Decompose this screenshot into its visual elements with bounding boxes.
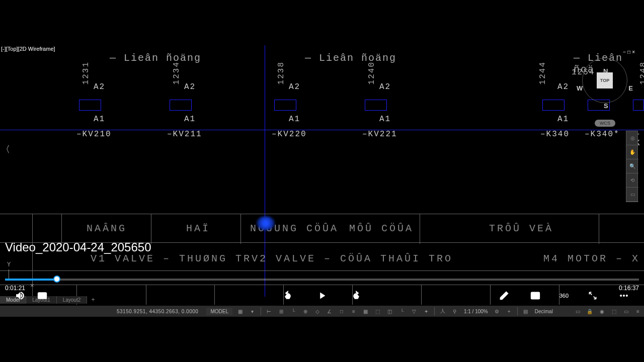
more-icon[interactable] <box>617 289 631 303</box>
model-space-button[interactable]: MODEL <box>206 308 232 315</box>
transparency-icon[interactable]: ▦ <box>360 307 371 316</box>
svg-rect-0 <box>38 293 47 299</box>
table-cell: MÔÛ CÖÛA <box>349 223 414 234</box>
viewcube-south[interactable]: S <box>604 102 608 110</box>
terminal-label: A2 <box>557 82 569 92</box>
terminal-label: A1 <box>557 115 569 124</box>
component-ref: –KV221 <box>362 130 397 139</box>
component-ref: –KV220 <box>272 130 307 139</box>
cursor-click-indicator <box>257 216 275 230</box>
skip-back-label: 10 <box>286 296 290 300</box>
annotation-visibility-icon[interactable]: 人 <box>437 307 448 316</box>
terminal-label: A2 <box>289 82 300 92</box>
wire-num: 1234 <box>172 61 181 84</box>
units-display[interactable]: Decimal <box>532 309 556 314</box>
viewcube-north[interactable]: N <box>603 67 608 75</box>
wire-num: 1248 <box>639 61 644 84</box>
progress-thumb[interactable] <box>53 276 60 283</box>
terminal-label: A1 <box>94 115 105 124</box>
play-button[interactable] <box>315 289 329 303</box>
terminal-label: A2 <box>379 82 391 92</box>
polar-tracking-icon[interactable]: ⊕ <box>300 307 311 316</box>
separator <box>517 307 518 315</box>
edit-icon[interactable] <box>497 289 511 303</box>
cad-viewport[interactable]: [-][Top][2D Wireframe] − □ × 〈 — Lieân ñ… <box>0 45 644 317</box>
nav-left-arrow-icon[interactable]: 〈 <box>1 143 10 155</box>
component-ref: –K340* <box>585 130 620 139</box>
volume-icon[interactable] <box>13 289 27 303</box>
table-border <box>61 214 62 244</box>
skip-fwd-label: 30 <box>354 296 359 300</box>
table-cell: V1 VALVE – THUØNG TRV2 VALVE – CÖÛA THAÛ… <box>91 253 453 264</box>
quick-properties-icon[interactable]: ▭ <box>572 307 583 316</box>
wire-num: 1244 <box>538 61 547 84</box>
3d-osnap-icon[interactable]: ◫ <box>384 307 395 316</box>
table-cell: TRÔÛ VEÀ <box>489 223 553 234</box>
table-border <box>420 214 420 244</box>
viewport-label[interactable]: [-][Top][2D Wireframe] <box>0 45 56 52</box>
table-cell: HAÏ <box>186 223 210 234</box>
units-icon[interactable]: ▤ <box>520 307 531 316</box>
grid-dropdown-icon[interactable]: ▾ <box>247 307 258 316</box>
skip-back-button[interactable]: 10 <box>281 289 295 303</box>
clean-screen-icon[interactable]: ▭ <box>620 307 631 316</box>
nav-showmotion-icon[interactable]: ▭ <box>626 188 638 202</box>
wcs-badge[interactable]: WCS <box>595 120 615 127</box>
infer-constraints-icon[interactable]: ⊢ <box>264 307 275 316</box>
component-ref: –KV210 <box>76 130 112 139</box>
terminal-label: A1 <box>184 115 196 124</box>
nav-pan-icon[interactable]: ✋ <box>626 145 638 159</box>
relay-symbol <box>170 100 192 111</box>
table-border <box>151 214 151 244</box>
lock-ui-icon[interactable]: 🔒 <box>584 307 595 316</box>
selection-cycling-icon[interactable]: ⬚ <box>372 307 383 316</box>
table-cell: NAÂNG <box>87 223 127 234</box>
table-border <box>0 214 644 214</box>
gizmo-icon[interactable]: ✦ <box>421 307 432 316</box>
ortho-icon[interactable]: └ <box>288 307 299 316</box>
fullscreen-icon[interactable] <box>586 289 600 303</box>
relay-symbol <box>274 100 296 111</box>
customization-icon[interactable]: ≡ <box>632 307 643 316</box>
selection-filter-icon[interactable]: ▽ <box>409 307 420 316</box>
dynamic-ucs-icon[interactable]: └ <box>396 307 408 316</box>
component-ref: –KV211 <box>167 130 202 139</box>
separator <box>261 307 261 315</box>
vr-360-icon[interactable]: 360 <box>559 289 569 303</box>
skip-forward-button[interactable]: 30 <box>349 289 363 303</box>
relay-symbol <box>79 100 101 111</box>
hardware-accel-icon[interactable]: ⬚ <box>608 307 619 316</box>
miniplayer-icon[interactable] <box>528 289 542 303</box>
autoscale-icon[interactable]: ⚲ <box>449 307 460 316</box>
coordinates-readout[interactable]: 53150.9251, 44350.2663, 0.0000 <box>111 309 204 314</box>
osnap-icon[interactable]: □ <box>336 307 347 316</box>
viewcube[interactable]: TOP N S W E WCS <box>580 55 630 106</box>
grid-toggle-icon[interactable]: ▦ <box>235 307 246 316</box>
viewcube-east[interactable]: E <box>628 84 633 92</box>
svg-point-5 <box>626 295 627 296</box>
workspace-icon[interactable]: ⚙ <box>492 307 503 316</box>
table-cell: M4 MOTOR – X <box>543 253 640 264</box>
relay-symbol <box>633 100 644 111</box>
schematic-title: — Lieân ñoäng <box>110 52 201 64</box>
subtitles-icon[interactable] <box>35 289 49 303</box>
progress-fill <box>5 279 57 281</box>
viewcube-west[interactable]: W <box>577 84 583 92</box>
isometric-icon[interactable]: ◇ <box>312 307 323 316</box>
isolate-objects-icon[interactable]: ◉ <box>596 307 607 316</box>
nav-orbit-icon[interactable]: ⟲ <box>626 173 638 188</box>
progress-track[interactable] <box>5 279 639 281</box>
table-border <box>599 214 599 244</box>
lineweight-icon[interactable]: ≡ <box>348 307 359 316</box>
table-border <box>0 270 644 271</box>
annotation-monitor-icon[interactable]: + <box>504 307 515 316</box>
component-ref: –K340 <box>540 130 570 139</box>
nav-zoom-icon[interactable]: 🔍 <box>626 159 638 173</box>
annotation-scale[interactable]: 1:1 / 100% <box>461 309 491 314</box>
nav-wheel-icon[interactable]: ◎ <box>626 131 638 145</box>
osnap-tracking-icon[interactable]: ∠ <box>324 307 335 316</box>
dynamic-input-icon[interactable]: ⊞ <box>276 307 287 316</box>
terminal-label: A2 <box>184 82 196 92</box>
navigation-bar: ◎ ✋ 🔍 ⟲ ▭ <box>626 131 638 202</box>
svg-point-3 <box>620 295 622 296</box>
